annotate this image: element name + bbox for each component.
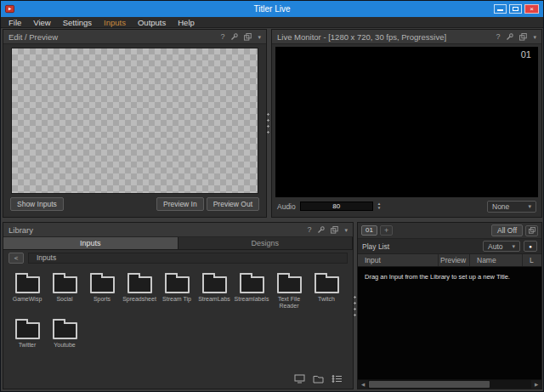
playlist-float-button[interactable] bbox=[525, 225, 538, 236]
menu-item-file[interactable]: File bbox=[3, 17, 27, 27]
live-monitor-title: Live Monitor - [1280 x 720, 30 fps, Prog… bbox=[277, 32, 446, 42]
folder-icon bbox=[277, 276, 302, 293]
wrench-icon[interactable] bbox=[230, 33, 238, 41]
show-inputs-button[interactable]: Show Inputs bbox=[10, 197, 64, 211]
maximize-button[interactable] bbox=[509, 4, 522, 14]
column-name[interactable]: Name bbox=[470, 254, 523, 266]
preview-canvas[interactable] bbox=[11, 48, 258, 194]
tab-inputs[interactable]: Inputs bbox=[3, 237, 178, 249]
folder-icon bbox=[53, 276, 77, 293]
edit-preview-title: Edit / Preview bbox=[8, 32, 58, 42]
library-folder-text-file-reader[interactable]: Text File Reader bbox=[270, 270, 308, 310]
wrench-icon[interactable] bbox=[506, 33, 513, 41]
preview-pane-toggle-icon[interactable] bbox=[294, 374, 305, 383]
folder-icon bbox=[128, 276, 152, 293]
menu-item-help[interactable]: Help bbox=[172, 17, 201, 27]
step-down-icon[interactable]: ▼ bbox=[377, 207, 381, 210]
horizontal-scrollbar[interactable]: ◀ ▶ bbox=[358, 379, 541, 389]
scroll-left-icon[interactable]: ◀ bbox=[358, 380, 368, 389]
chevron-down-icon[interactable]: ▾ bbox=[344, 227, 348, 233]
back-button[interactable]: < bbox=[8, 253, 24, 264]
close-button[interactable]: × bbox=[524, 4, 539, 14]
folder-label: Stream Tip bbox=[158, 296, 196, 303]
channel-tab-01[interactable]: 01 bbox=[361, 225, 377, 236]
preview-in-button[interactable]: Preview In bbox=[156, 197, 204, 211]
wrench-icon[interactable] bbox=[317, 226, 325, 234]
live-monitor-footer: Audio 80 ▲ ▼ None ▾ bbox=[272, 197, 541, 217]
library-folder-spreadsheet[interactable]: Spreadsheet bbox=[121, 270, 158, 310]
record-dot-icon: ● bbox=[529, 244, 532, 249]
edit-preview-body bbox=[3, 44, 266, 196]
help-icon[interactable]: ? bbox=[220, 33, 224, 41]
library-folder-social[interactable]: Social bbox=[46, 270, 83, 310]
breadcrumb-label: Inputs bbox=[37, 253, 56, 262]
folder-icon bbox=[240, 276, 264, 293]
library-panel: Library ? ▾ Inputs Designs < Inputs Game… bbox=[3, 222, 354, 389]
chevron-down-icon[interactable]: ▾ bbox=[533, 34, 536, 40]
library-folder-stream-tip[interactable]: Stream Tip bbox=[158, 270, 196, 310]
edit-preview-panel: Edit / Preview ? ▾ Show Inputs Preview I… bbox=[3, 29, 267, 218]
audio-value: 80 bbox=[332, 202, 340, 210]
folder-label: Twitter bbox=[8, 342, 46, 349]
menu-item-outputs[interactable]: Outputs bbox=[132, 17, 172, 27]
folder-label: Youtube bbox=[46, 342, 83, 349]
menu-item-inputs[interactable]: Inputs bbox=[98, 17, 132, 27]
open-folder-icon[interactable] bbox=[313, 374, 324, 383]
float-window-icon[interactable] bbox=[519, 33, 527, 41]
folder-icon bbox=[15, 276, 40, 293]
tab-designs[interactable]: Designs bbox=[178, 237, 354, 249]
playlist-body[interactable]: Drag an Input from the Library to set up… bbox=[358, 267, 541, 379]
scrollbar-track[interactable] bbox=[368, 380, 531, 389]
folder-label: Text File Reader bbox=[270, 296, 308, 310]
float-window-icon[interactable] bbox=[331, 226, 338, 234]
output-device-value: None bbox=[492, 202, 509, 211]
scroll-right-icon[interactable]: ▶ bbox=[531, 380, 541, 389]
menu-item-view[interactable]: View bbox=[27, 17, 56, 27]
library-folder-twitter[interactable]: Twitter bbox=[8, 316, 46, 349]
playlist-mode-select[interactable]: Auto ▾ bbox=[483, 241, 520, 252]
all-off-button[interactable]: All Off bbox=[491, 224, 523, 236]
library-folder-streamlabels[interactable]: Streamlabels bbox=[233, 270, 270, 310]
play-toggle-button[interactable]: ● bbox=[524, 241, 537, 252]
library-folder-youtube[interactable]: Youtube bbox=[46, 316, 83, 349]
folder-icon bbox=[90, 276, 115, 293]
folder-icon bbox=[314, 276, 339, 293]
minimize-button[interactable] bbox=[494, 4, 507, 14]
vertical-splitter-top[interactable] bbox=[267, 111, 269, 134]
output-device-select[interactable]: None ▾ bbox=[487, 201, 536, 213]
library-folder-twitch[interactable]: Twitch bbox=[308, 270, 345, 310]
column-preview[interactable]: Preview bbox=[439, 254, 470, 266]
audio-slider[interactable]: 80 bbox=[300, 202, 373, 211]
edit-preview-footer: Show Inputs Preview In Preview Out bbox=[3, 196, 266, 217]
library-tabs: Inputs Designs bbox=[3, 237, 353, 250]
live-monitor-header: Live Monitor - [1280 x 720, 30 fps, Prog… bbox=[272, 30, 541, 44]
live-monitor-video: 01 bbox=[275, 47, 538, 197]
library-folder-sports[interactable]: Sports bbox=[83, 270, 121, 310]
audio-label: Audio bbox=[277, 202, 296, 211]
menu-item-settings[interactable]: Settings bbox=[57, 17, 98, 27]
chevron-down-icon[interactable]: ▾ bbox=[258, 34, 261, 40]
column-l[interactable]: L bbox=[523, 254, 541, 266]
scrollbar-thumb[interactable] bbox=[369, 381, 490, 388]
float-window-icon[interactable] bbox=[244, 33, 252, 41]
add-channel-button[interactable]: + bbox=[380, 225, 393, 236]
list-view-icon[interactable] bbox=[332, 374, 343, 383]
float-window-icon bbox=[529, 227, 536, 234]
help-icon[interactable]: ? bbox=[307, 226, 311, 234]
playlist-channel-bar: 01 + All Off bbox=[358, 223, 541, 239]
playlist-panel: 01 + All Off Play List Auto ▾ ● Input Pr… bbox=[357, 222, 542, 389]
folder-icon bbox=[165, 276, 190, 293]
folder-label: Twitch bbox=[308, 296, 345, 303]
vertical-splitter-bottom[interactable] bbox=[354, 294, 356, 317]
column-input[interactable]: Input bbox=[358, 254, 439, 266]
folder-label: Streamlabels bbox=[233, 296, 270, 303]
titlebar: Titler Live × bbox=[1, 1, 543, 17]
playlist-mode-value: Auto bbox=[488, 242, 503, 251]
library-folder-streamlabs[interactable]: StreamLabs bbox=[196, 270, 233, 310]
preview-out-button[interactable]: Preview Out bbox=[207, 197, 259, 211]
audio-stepper[interactable]: ▲ ▼ bbox=[377, 202, 381, 210]
folder-icon bbox=[15, 322, 40, 339]
edit-preview-header: Edit / Preview ? ▾ bbox=[3, 30, 266, 44]
help-icon[interactable]: ? bbox=[496, 33, 500, 41]
library-folder-gamewisp[interactable]: GameWisp bbox=[8, 270, 46, 310]
